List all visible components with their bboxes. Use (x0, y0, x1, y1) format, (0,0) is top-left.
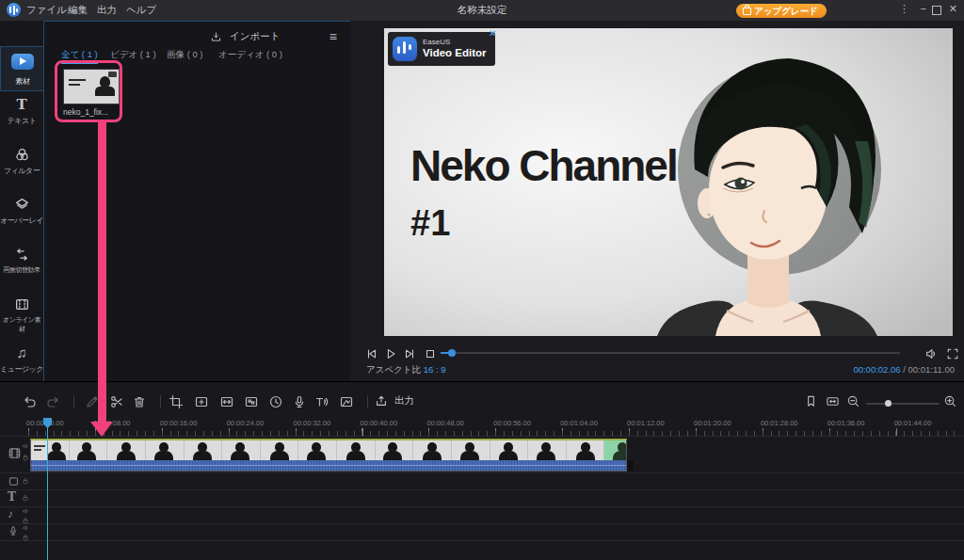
fullscreen-button[interactable] (946, 347, 959, 360)
overlay-track-lock-icon[interactable] (22, 477, 29, 485)
seek-handle[interactable] (448, 349, 456, 357)
redo-button[interactable] (45, 394, 60, 409)
crop-button[interactable] (169, 394, 184, 409)
duration-button[interactable] (219, 394, 234, 409)
upgrade-button[interactable]: アップグレード (736, 4, 827, 18)
text-track-lock-icon[interactable] (22, 494, 29, 502)
annotation-highlight-box (55, 60, 122, 122)
voiceover-track-icon (8, 525, 19, 536)
timeline-clip[interactable] (30, 439, 627, 472)
annotation-arrow-head (90, 422, 113, 437)
tab-video[interactable]: ビデオ ( 1 ) (110, 49, 156, 61)
zoom-tool-button[interactable] (194, 394, 209, 409)
sidebar-item-text[interactable]: T テキスト (0, 96, 43, 126)
minimize-button[interactable]: − (921, 3, 926, 14)
playhead-line[interactable] (47, 418, 48, 560)
filter-icon (14, 147, 30, 163)
fit-timeline-button[interactable] (826, 394, 840, 408)
marker-button[interactable] (804, 394, 818, 408)
clip-thumbnail-frame (185, 440, 223, 461)
clip-thumbnail-frame (604, 440, 626, 461)
clip-audio-waveform (31, 460, 626, 471)
clip-thumbnail-frame (490, 440, 529, 461)
zoom-out-button[interactable] (846, 394, 860, 408)
svg-text:#1: #1 (410, 203, 450, 243)
music-track-icon: ♪ (8, 507, 13, 520)
volume-button[interactable] (924, 347, 938, 360)
close-button[interactable]: ✕ (949, 3, 957, 15)
media-play-icon (11, 54, 34, 70)
lock-icon (743, 8, 751, 15)
clip-thumbnails (31, 440, 626, 461)
ruler-label: 00:00:24.00 (227, 419, 265, 427)
undo-button[interactable] (23, 394, 38, 409)
sidebar-item-overlay[interactable]: オーバーレイ (0, 196, 43, 226)
easeus-watermark-logo-icon (393, 37, 417, 61)
import-icon (210, 31, 222, 43)
scene-detect-button[interactable] (339, 394, 354, 409)
music-track-lock-icon[interactable] (22, 517, 29, 524)
clip-edge-handle[interactable] (627, 460, 634, 471)
ruler-label: 00:00:48.00 (426, 419, 464, 427)
svg-text:Neko Channel: Neko Channel (410, 141, 677, 190)
delete-button[interactable] (132, 394, 147, 409)
overlay-track-icon (8, 475, 20, 488)
clip-thumbnail-frame (528, 440, 567, 461)
tab-audio[interactable]: オーディオ ( 0 ) (218, 49, 282, 61)
clip-thumbnail-frame (70, 440, 108, 461)
sidebar-item-filter[interactable]: フィルター (0, 146, 43, 176)
watermark-product: Video Editor (423, 48, 487, 59)
clip-thumbnail-frame (107, 440, 146, 461)
export-button[interactable]: 出力 (375, 394, 414, 408)
stop-button[interactable] (424, 347, 437, 360)
timeline-zoom-handle[interactable] (885, 400, 892, 407)
next-frame-button[interactable] (403, 347, 416, 360)
aspect-ratio[interactable]: アスペクト比 16 : 9 (366, 364, 446, 376)
clip-thumbnail-frame (567, 440, 605, 461)
sidebar-item-media[interactable]: 素材 (0, 46, 44, 91)
ruler-label: 00:01:20.00 (694, 419, 731, 427)
speed-button[interactable] (268, 394, 283, 409)
import-button[interactable]: インポート (210, 30, 280, 43)
voiceover-track-mute-icon[interactable] (22, 524, 29, 532)
video-track-icon (8, 446, 22, 460)
more-menu-button[interactable]: ⋮ (899, 3, 909, 15)
text-track-icon: T (8, 490, 16, 504)
clip-thumbnail-frame (337, 440, 376, 461)
watermark-close-icon[interactable]: ✕ (489, 28, 496, 39)
panel-menu-icon[interactable]: ≡ (329, 29, 337, 44)
transition-icon (14, 247, 30, 263)
zoom-in-button[interactable] (943, 394, 957, 408)
clip-thumbnail-frame (298, 440, 337, 461)
split-button[interactable] (109, 394, 124, 409)
ruler-label: 00:01:44.00 (894, 419, 932, 427)
timeline-zoom-slider[interactable] (866, 403, 940, 405)
sidebar-item-online-media[interactable]: オンライン素材 (0, 296, 43, 334)
video-track-lock-icon[interactable] (22, 454, 29, 461)
seek-bar[interactable] (441, 352, 900, 354)
watermark: EaseUS Video Editor (388, 32, 495, 66)
watermark-brand: EaseUS (423, 39, 487, 46)
tab-image[interactable]: 画像 ( 0 ) (167, 49, 203, 61)
ruler-label: 00:01:36.00 (827, 419, 865, 427)
video-track-mute-icon[interactable] (22, 442, 29, 450)
mosaic-button[interactable] (244, 394, 259, 409)
overlay-icon (14, 197, 30, 213)
voiceover-track-lock-icon[interactable] (22, 534, 29, 541)
music-track-mute-icon[interactable] (22, 507, 29, 515)
timeline-pane: 出力 00:00:00.0000:00:08.0000:00:16.0000:0… (0, 381, 964, 560)
play-button[interactable] (384, 347, 397, 360)
clip-thumbnail-frame (413, 440, 452, 461)
text-to-speech-button[interactable] (314, 394, 329, 409)
export-icon (375, 394, 388, 408)
sidebar-item-music[interactable]: ♫ ミュージック (0, 344, 43, 375)
ruler-label: 00:00:32.00 (294, 419, 331, 427)
clip-thumbnail-frame (146, 440, 185, 461)
video-content: Neko Channel #1 (384, 28, 953, 336)
sidebar-item-transition[interactable]: 画面切替効果 (0, 246, 43, 275)
previous-frame-button[interactable] (365, 347, 378, 360)
sidebar: 素材 T テキスト フィルター オーバーレイ 画面切替効果 オンライン素材 ♫ … (0, 21, 43, 381)
voiceover-button[interactable] (292, 394, 307, 409)
ruler-label: 00:00:56.00 (493, 419, 531, 427)
maximize-button[interactable] (932, 6, 941, 15)
